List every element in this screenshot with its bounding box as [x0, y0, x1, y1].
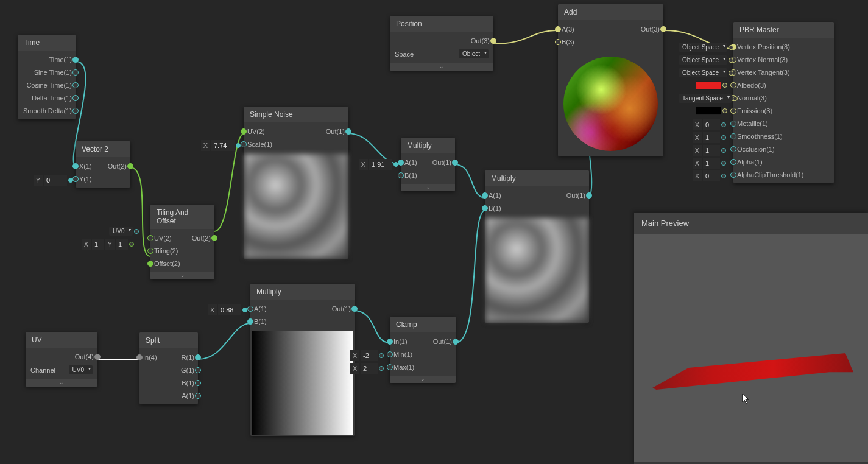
master-space-pill[interactable]: Object Space	[679, 43, 733, 52]
clamp-min-input[interactable]: X -2	[350, 350, 384, 361]
tiling-xy-input[interactable]: X 1 Y 1	[82, 239, 134, 250]
node-add[interactable]: Add A(3)Out(3) B(3)	[558, 4, 663, 156]
master-input-4[interactable]: Normal(3)	[733, 91, 834, 104]
master-color-swatch[interactable]	[696, 107, 727, 115]
node-multiply-3[interactable]: Multiply A(1)Out(1) B(1)	[485, 170, 589, 323]
collapse-icon[interactable]: ⌄	[401, 184, 455, 191]
node-uv[interactable]: UV Out(4) Channel UV0 ⌄	[26, 332, 97, 387]
master-num-input[interactable]: X0	[693, 170, 726, 181]
node-pbr-master[interactable]: PBR Master Vertex Position(3)Vertex Norm…	[733, 22, 834, 183]
node-split[interactable]: Split In(4)R(1) G(1) B(1) A(1)	[139, 332, 198, 404]
multiply1-x-input[interactable]: X 1.91	[359, 159, 398, 170]
master-input-2[interactable]: Vertex Tangent(3)	[733, 66, 834, 79]
simplenoise-scale-input[interactable]: X 7.74	[201, 140, 241, 151]
master-input-6[interactable]: Metallic(1)	[733, 117, 834, 130]
master-num-input[interactable]: X1	[693, 158, 726, 169]
master-num-input[interactable]: X1	[693, 145, 726, 156]
master-space-pill[interactable]: Object Space	[679, 55, 733, 65]
node-preview	[486, 218, 588, 322]
node-clamp[interactable]: Clamp In(1)Out(1) Min(1) Max(1) ⌄	[390, 317, 456, 383]
preview-mesh	[652, 353, 853, 390]
node-simple-noise[interactable]: Simple Noise UV(2)Out(1) Scale(1)	[244, 107, 348, 259]
node-time[interactable]: Time Time(1) Sine Time(1) Cosine Time(1)…	[18, 35, 76, 119]
tiling-uv-select[interactable]: UV0	[109, 227, 139, 236]
node-vector2[interactable]: Vector 2 X(1) Out(2) Y(1)	[76, 141, 130, 188]
master-input-9[interactable]: Alpha(1)	[733, 155, 834, 168]
uv-channel-select[interactable]: UV0	[69, 365, 93, 374]
master-input-10[interactable]: AlphaClipThreshold(1)	[733, 168, 834, 181]
vector2-y-input[interactable]: Y 0	[34, 175, 73, 186]
master-input-3[interactable]: Albedo(3)	[733, 79, 834, 91]
collapse-icon[interactable]: ⌄	[26, 379, 97, 387]
node-preview	[245, 154, 347, 258]
node-tiling-and-offset[interactable]: Tiling And Offset UV(2)Out(2) Tiling(2) …	[150, 205, 214, 279]
node-title[interactable]: Time	[18, 35, 76, 51]
node-multiply-2[interactable]: Multiply A(1)Out(1) B(1)	[250, 284, 355, 436]
node-preview	[252, 331, 353, 435]
cursor-icon	[742, 393, 750, 404]
master-input-7[interactable]: Smoothness(1)	[733, 130, 834, 142]
master-input-1[interactable]: Vertex Normal(3)	[733, 53, 834, 66]
master-num-input[interactable]: X1	[693, 132, 726, 143]
collapse-icon[interactable]: ⌄	[150, 272, 214, 279]
node-preview	[559, 52, 662, 155]
master-num-input[interactable]: X0	[693, 119, 726, 130]
master-input-8[interactable]: Occlusion(1)	[733, 142, 834, 155]
master-color-swatch[interactable]	[696, 81, 727, 90]
node-multiply-1[interactable]: Multiply A(1)Out(1) B(1) ⌄	[401, 138, 455, 191]
collapse-icon[interactable]: ⌄	[390, 376, 456, 383]
master-input-5[interactable]: Emission(3)	[733, 104, 834, 117]
collapse-icon[interactable]: ⌄	[390, 63, 493, 71]
master-space-pill[interactable]: Tangent Space	[679, 94, 738, 103]
clamp-max-input[interactable]: X 2	[350, 363, 384, 374]
position-space-select[interactable]: Object	[459, 49, 489, 58]
master-space-pill[interactable]: Object Space	[679, 68, 733, 77]
main-preview-panel[interactable]: Main Preview	[634, 213, 868, 464]
main-preview-title: Main Preview	[634, 213, 868, 234]
main-preview-canvas[interactable]	[634, 234, 868, 462]
node-position[interactable]: Position Out(3) Space Object ⌄	[390, 16, 493, 71]
master-input-0[interactable]: Vertex Position(3)	[733, 40, 834, 53]
multiply2-x-input[interactable]: X 0.88	[208, 304, 247, 315]
